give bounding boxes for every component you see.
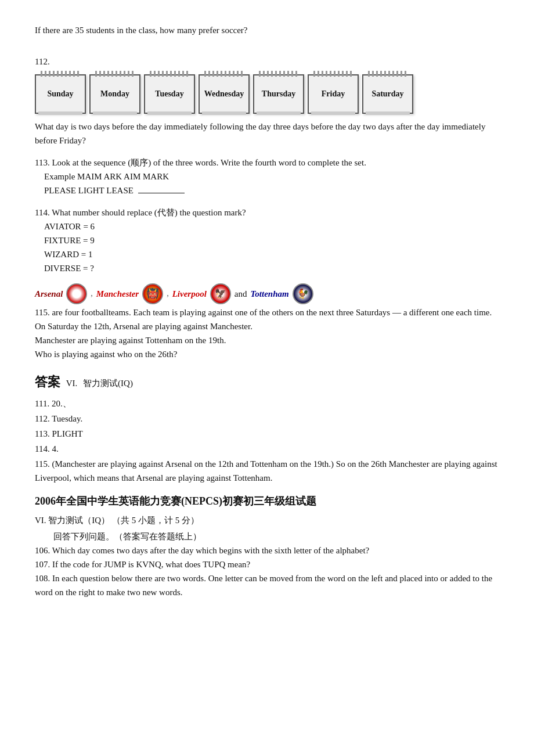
section-2006: 2006年全国中学生英语能力竞赛(NEPCS)初赛初三年级组试题 VI. 智力测… (35, 493, 499, 599)
q112-question-text: What day is two days before the day imme… (35, 120, 499, 147)
intro-question-text: If there are 35 students in the class, h… (35, 26, 248, 35)
day-saturday: Saturday (362, 74, 413, 114)
q114-number: 114. (35, 208, 52, 217)
day-wednesday: Wednesday (199, 74, 250, 114)
day-thursday: Thursday (253, 74, 304, 114)
q113-blank (138, 193, 185, 193)
q113-example-line: Example MAIM ARK AIM MARK (44, 170, 499, 183)
separator-2: , (167, 287, 169, 300)
manchester-badge (142, 283, 163, 304)
days-calendar: Sunday Monday Tuesday Wednesday Thursday… (35, 74, 499, 114)
team-name-manchester: Manchester (96, 287, 139, 301)
q113-puzzle-line: PLEASE LIGHT LEASE (44, 183, 499, 197)
answer-113: 113. PLIGHT (35, 427, 499, 441)
q106: 106. Which day comes two days after the … (35, 543, 499, 557)
q115-text2: On Saturday the 12th, Arsenal are playin… (35, 319, 499, 333)
answers-header-roman: VI. (66, 379, 78, 388)
question-112-block: 112. Sunday Monday Tuesday Wednesday Thu… (35, 55, 499, 147)
q115-text4: Who is playing against who on the 26th? (35, 347, 499, 361)
q115-number: 115. (35, 308, 52, 317)
vi-detail: （共 5 小题，计 5 分） (112, 516, 199, 525)
day-sunday: Sunday (35, 74, 86, 114)
answer-115: 115. (Manchester are playing against Ars… (35, 457, 499, 485)
vi-header-line: VI. 智力测试（IQ） （共 5 小题，计 5 分） (35, 513, 499, 527)
q114-eq1: AVIATOR = 6 (44, 219, 499, 233)
liverpool-badge (210, 283, 231, 304)
intro-question-block: If there are 35 students in the class, h… (35, 23, 499, 37)
arsenal-badge (66, 283, 87, 304)
answers-header-subject: 智力测试(IQ) (83, 379, 133, 388)
teams-row: Arsenal , Manchester , Liverpool and Tot… (35, 283, 499, 304)
question-113-block: 113. Look at the sequence (顺序) of the th… (35, 156, 499, 197)
q113-text: Look at the sequence (顺序) of the three w… (52, 158, 366, 167)
q108: 108. In each question below there are tw… (35, 571, 499, 599)
day-monday: Monday (89, 74, 140, 114)
q114-eq3: WIZARD = 1 (44, 247, 499, 261)
q115-suffix: are (52, 308, 62, 317)
q115-text3: Manchester are playing against Tottenham… (35, 333, 499, 347)
answer-111: 111. 20.、 (35, 397, 499, 411)
q113-example: MAIM ARK AIM MARK (77, 172, 169, 181)
q114-eq4: DIVERSE = ? (44, 261, 499, 275)
tottenham-badge (293, 283, 313, 304)
q115-text1: four footballteams. Each team is playing… (65, 308, 492, 317)
instruction-line: 回答下列问题。（答案写在答题纸上） (53, 530, 499, 543)
and-text: and (234, 287, 247, 301)
q113-number: 113. (35, 158, 52, 167)
team-name-arsenal: Arsenal (35, 287, 63, 301)
question-114-block: 114. What number should replace (代替) the… (35, 206, 499, 275)
section-2006-title: 2006年全国中学生英语能力竞赛(NEPCS)初赛初三年级组试题 (35, 493, 499, 510)
answers-header-chinese: 答案 (35, 375, 60, 389)
question-115-block: Arsenal , Manchester , Liverpool and Tot… (35, 283, 499, 361)
day-friday: Friday (308, 74, 359, 114)
q112-number: 112. (35, 55, 499, 69)
q107: 107. If the code for JUMP is KVNQ, what … (35, 557, 499, 571)
day-tuesday: Tuesday (144, 74, 195, 114)
team-name-tottenham: Tottenham (251, 287, 289, 301)
q114-eq2: FIXTURE = 9 (44, 233, 499, 247)
separator-1: , (91, 287, 93, 300)
q113-puzzle: PLEASE LIGHT LEASE (44, 186, 134, 195)
q113-example-label: Example (44, 172, 75, 181)
answer-114: 114. 4. (35, 442, 499, 456)
q115-number-suffix: 115. are four footballteams. Each team i… (35, 305, 499, 319)
q114-text: What number should replace (代替) the ques… (52, 208, 246, 217)
answers-section: 答案 VI. 智力测试(IQ) (35, 372, 499, 392)
vi-header: VI. 智力测试（IQ） (35, 516, 110, 525)
team-name-liverpool: Liverpool (172, 287, 207, 301)
answer-112: 112. Tuesday. (35, 412, 499, 426)
